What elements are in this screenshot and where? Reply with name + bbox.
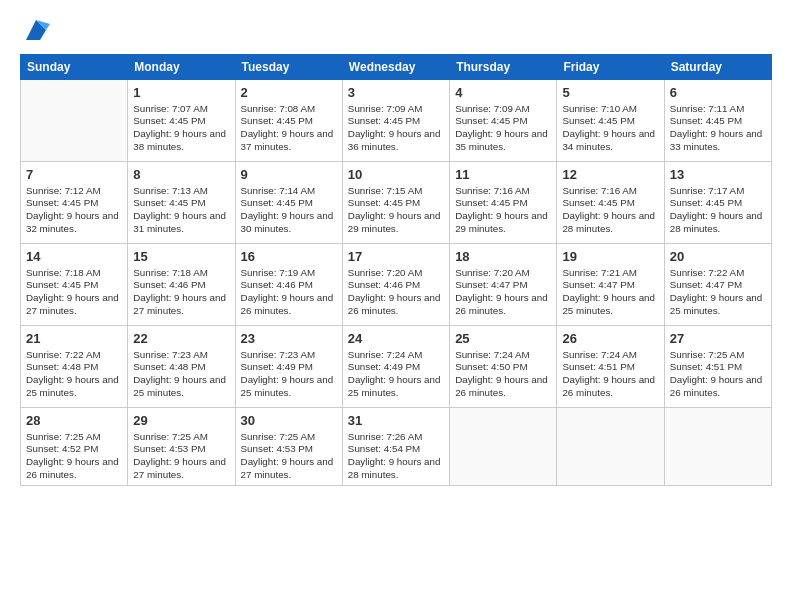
header bbox=[20, 16, 772, 44]
calendar-week-3: 14Sunrise: 7:18 AMSunset: 4:45 PMDayligh… bbox=[21, 244, 772, 326]
calendar-cell: 17Sunrise: 7:20 AMSunset: 4:46 PMDayligh… bbox=[342, 244, 449, 326]
cell-info: Sunrise: 7:16 AMSunset: 4:45 PMDaylight:… bbox=[562, 185, 658, 236]
calendar-cell bbox=[557, 408, 664, 486]
day-number: 21 bbox=[26, 330, 122, 348]
calendar-cell: 5Sunrise: 7:10 AMSunset: 4:45 PMDaylight… bbox=[557, 80, 664, 162]
day-number: 4 bbox=[455, 84, 551, 102]
calendar-cell: 10Sunrise: 7:15 AMSunset: 4:45 PMDayligh… bbox=[342, 162, 449, 244]
calendar-week-2: 7Sunrise: 7:12 AMSunset: 4:45 PMDaylight… bbox=[21, 162, 772, 244]
logo-icon bbox=[22, 16, 50, 44]
cell-info: Sunrise: 7:22 AMSunset: 4:47 PMDaylight:… bbox=[670, 267, 766, 318]
calendar-cell: 16Sunrise: 7:19 AMSunset: 4:46 PMDayligh… bbox=[235, 244, 342, 326]
day-number: 23 bbox=[241, 330, 337, 348]
cell-info: Sunrise: 7:15 AMSunset: 4:45 PMDaylight:… bbox=[348, 185, 444, 236]
day-number: 26 bbox=[562, 330, 658, 348]
calendar-cell: 22Sunrise: 7:23 AMSunset: 4:48 PMDayligh… bbox=[128, 326, 235, 408]
day-number: 14 bbox=[26, 248, 122, 266]
day-number: 11 bbox=[455, 166, 551, 184]
day-number: 18 bbox=[455, 248, 551, 266]
calendar-cell: 11Sunrise: 7:16 AMSunset: 4:45 PMDayligh… bbox=[450, 162, 557, 244]
cell-info: Sunrise: 7:17 AMSunset: 4:45 PMDaylight:… bbox=[670, 185, 766, 236]
cell-info: Sunrise: 7:23 AMSunset: 4:49 PMDaylight:… bbox=[241, 349, 337, 400]
day-number: 20 bbox=[670, 248, 766, 266]
day-number: 2 bbox=[241, 84, 337, 102]
calendar-cell: 19Sunrise: 7:21 AMSunset: 4:47 PMDayligh… bbox=[557, 244, 664, 326]
cell-info: Sunrise: 7:08 AMSunset: 4:45 PMDaylight:… bbox=[241, 103, 337, 154]
cell-info: Sunrise: 7:10 AMSunset: 4:45 PMDaylight:… bbox=[562, 103, 658, 154]
cell-info: Sunrise: 7:11 AMSunset: 4:45 PMDaylight:… bbox=[670, 103, 766, 154]
cell-info: Sunrise: 7:22 AMSunset: 4:48 PMDaylight:… bbox=[26, 349, 122, 400]
cell-info: Sunrise: 7:25 AMSunset: 4:51 PMDaylight:… bbox=[670, 349, 766, 400]
day-number: 5 bbox=[562, 84, 658, 102]
calendar-week-1: 1Sunrise: 7:07 AMSunset: 4:45 PMDaylight… bbox=[21, 80, 772, 162]
weekday-header-row: SundayMondayTuesdayWednesdayThursdayFrid… bbox=[21, 55, 772, 80]
calendar-cell: 12Sunrise: 7:16 AMSunset: 4:45 PMDayligh… bbox=[557, 162, 664, 244]
calendar-cell: 7Sunrise: 7:12 AMSunset: 4:45 PMDaylight… bbox=[21, 162, 128, 244]
calendar-cell: 29Sunrise: 7:25 AMSunset: 4:53 PMDayligh… bbox=[128, 408, 235, 486]
cell-info: Sunrise: 7:12 AMSunset: 4:45 PMDaylight:… bbox=[26, 185, 122, 236]
logo bbox=[20, 16, 50, 44]
day-number: 9 bbox=[241, 166, 337, 184]
weekday-header-monday: Monday bbox=[128, 55, 235, 80]
day-number: 25 bbox=[455, 330, 551, 348]
cell-info: Sunrise: 7:18 AMSunset: 4:45 PMDaylight:… bbox=[26, 267, 122, 318]
logo-text bbox=[20, 16, 50, 44]
calendar-cell: 4Sunrise: 7:09 AMSunset: 4:45 PMDaylight… bbox=[450, 80, 557, 162]
calendar-cell bbox=[21, 80, 128, 162]
calendar-cell: 3Sunrise: 7:09 AMSunset: 4:45 PMDaylight… bbox=[342, 80, 449, 162]
day-number: 19 bbox=[562, 248, 658, 266]
cell-info: Sunrise: 7:16 AMSunset: 4:45 PMDaylight:… bbox=[455, 185, 551, 236]
day-number: 15 bbox=[133, 248, 229, 266]
cell-info: Sunrise: 7:25 AMSunset: 4:53 PMDaylight:… bbox=[133, 431, 229, 482]
cell-info: Sunrise: 7:20 AMSunset: 4:47 PMDaylight:… bbox=[455, 267, 551, 318]
calendar-cell: 23Sunrise: 7:23 AMSunset: 4:49 PMDayligh… bbox=[235, 326, 342, 408]
day-number: 28 bbox=[26, 412, 122, 430]
calendar-cell: 26Sunrise: 7:24 AMSunset: 4:51 PMDayligh… bbox=[557, 326, 664, 408]
calendar-cell: 2Sunrise: 7:08 AMSunset: 4:45 PMDaylight… bbox=[235, 80, 342, 162]
cell-info: Sunrise: 7:21 AMSunset: 4:47 PMDaylight:… bbox=[562, 267, 658, 318]
calendar-cell bbox=[664, 408, 771, 486]
day-number: 7 bbox=[26, 166, 122, 184]
calendar-table: SundayMondayTuesdayWednesdayThursdayFrid… bbox=[20, 54, 772, 486]
page: SundayMondayTuesdayWednesdayThursdayFrid… bbox=[0, 0, 792, 612]
weekday-header-thursday: Thursday bbox=[450, 55, 557, 80]
day-number: 1 bbox=[133, 84, 229, 102]
cell-info: Sunrise: 7:24 AMSunset: 4:50 PMDaylight:… bbox=[455, 349, 551, 400]
cell-info: Sunrise: 7:07 AMSunset: 4:45 PMDaylight:… bbox=[133, 103, 229, 154]
calendar-cell: 27Sunrise: 7:25 AMSunset: 4:51 PMDayligh… bbox=[664, 326, 771, 408]
calendar-week-5: 28Sunrise: 7:25 AMSunset: 4:52 PMDayligh… bbox=[21, 408, 772, 486]
calendar-cell: 28Sunrise: 7:25 AMSunset: 4:52 PMDayligh… bbox=[21, 408, 128, 486]
cell-info: Sunrise: 7:09 AMSunset: 4:45 PMDaylight:… bbox=[455, 103, 551, 154]
day-number: 10 bbox=[348, 166, 444, 184]
calendar-cell: 30Sunrise: 7:25 AMSunset: 4:53 PMDayligh… bbox=[235, 408, 342, 486]
calendar-cell: 24Sunrise: 7:24 AMSunset: 4:49 PMDayligh… bbox=[342, 326, 449, 408]
cell-info: Sunrise: 7:20 AMSunset: 4:46 PMDaylight:… bbox=[348, 267, 444, 318]
day-number: 27 bbox=[670, 330, 766, 348]
day-number: 8 bbox=[133, 166, 229, 184]
cell-info: Sunrise: 7:19 AMSunset: 4:46 PMDaylight:… bbox=[241, 267, 337, 318]
weekday-header-wednesday: Wednesday bbox=[342, 55, 449, 80]
calendar-cell: 6Sunrise: 7:11 AMSunset: 4:45 PMDaylight… bbox=[664, 80, 771, 162]
calendar-cell bbox=[450, 408, 557, 486]
day-number: 6 bbox=[670, 84, 766, 102]
calendar-cell: 8Sunrise: 7:13 AMSunset: 4:45 PMDaylight… bbox=[128, 162, 235, 244]
day-number: 13 bbox=[670, 166, 766, 184]
day-number: 12 bbox=[562, 166, 658, 184]
cell-info: Sunrise: 7:14 AMSunset: 4:45 PMDaylight:… bbox=[241, 185, 337, 236]
day-number: 29 bbox=[133, 412, 229, 430]
day-number: 17 bbox=[348, 248, 444, 266]
weekday-header-friday: Friday bbox=[557, 55, 664, 80]
calendar-cell: 13Sunrise: 7:17 AMSunset: 4:45 PMDayligh… bbox=[664, 162, 771, 244]
cell-info: Sunrise: 7:24 AMSunset: 4:49 PMDaylight:… bbox=[348, 349, 444, 400]
calendar-week-4: 21Sunrise: 7:22 AMSunset: 4:48 PMDayligh… bbox=[21, 326, 772, 408]
day-number: 30 bbox=[241, 412, 337, 430]
cell-info: Sunrise: 7:25 AMSunset: 4:53 PMDaylight:… bbox=[241, 431, 337, 482]
cell-info: Sunrise: 7:26 AMSunset: 4:54 PMDaylight:… bbox=[348, 431, 444, 482]
day-number: 3 bbox=[348, 84, 444, 102]
cell-info: Sunrise: 7:23 AMSunset: 4:48 PMDaylight:… bbox=[133, 349, 229, 400]
weekday-header-saturday: Saturday bbox=[664, 55, 771, 80]
weekday-header-tuesday: Tuesday bbox=[235, 55, 342, 80]
calendar-cell: 31Sunrise: 7:26 AMSunset: 4:54 PMDayligh… bbox=[342, 408, 449, 486]
cell-info: Sunrise: 7:13 AMSunset: 4:45 PMDaylight:… bbox=[133, 185, 229, 236]
day-number: 31 bbox=[348, 412, 444, 430]
